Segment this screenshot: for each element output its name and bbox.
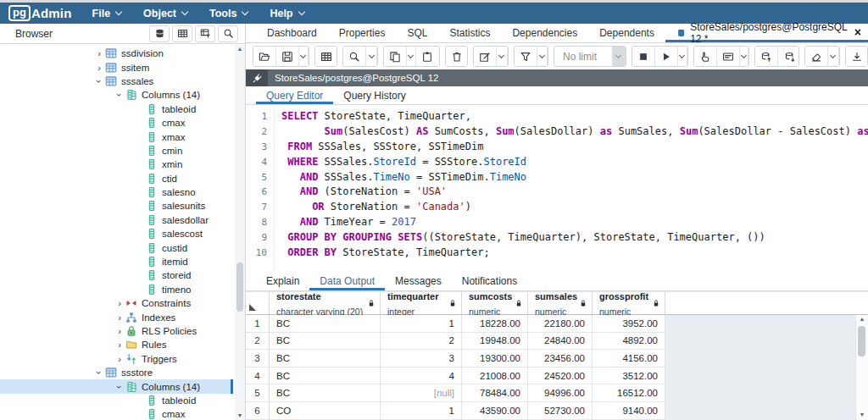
cell-sumcosts[interactable]: 43590.00 (462, 402, 528, 419)
save-file-button[interactable] (276, 47, 299, 66)
tree-item-salesno[interactable]: salesno (0, 185, 233, 199)
execute-query-button[interactable] (655, 47, 678, 66)
cell-sumcosts[interactable]: 19948.00 (462, 333, 528, 350)
expand-icon[interactable]: › (114, 327, 125, 335)
pgadmin-logo[interactable]: pg Admin (8, 5, 72, 21)
column-header-grossprofit[interactable]: grossprofitnumeric (593, 292, 665, 314)
tab-query-tool-active[interactable]: StoreSales/postgres@PostgreSQL 12 * (665, 24, 868, 42)
find-button[interactable] (343, 47, 366, 66)
tree-item-xmax[interactable]: xmax (0, 130, 233, 143)
tree-item-tableoid[interactable]: tableoid (0, 394, 233, 407)
collapse-icon[interactable]: › (115, 381, 124, 393)
rollback-button[interactable] (778, 47, 799, 66)
tree-item-ctid[interactable]: ctid (0, 172, 233, 185)
scroll-up-icon[interactable]: ▲ (860, 315, 865, 323)
tab-dependents[interactable]: Dependents (588, 24, 665, 42)
cell-timequarter[interactable]: [null] (381, 384, 462, 401)
cell-timequarter[interactable]: 3 (381, 350, 462, 367)
select-all-corner[interactable] (246, 292, 270, 314)
column-header-timequarter[interactable]: timequarterinteger (381, 292, 462, 314)
paste-button[interactable] (416, 47, 439, 66)
open-file-button[interactable] (253, 47, 276, 66)
row-number[interactable]: 1 (246, 315, 270, 332)
results-scrollbar-thumb[interactable] (858, 326, 865, 356)
tree-item-indexes[interactable]: ›Indexes (0, 310, 233, 323)
menu-file[interactable]: File (92, 8, 122, 19)
tree-item-triggers[interactable]: ›Triggers (0, 352, 233, 366)
cell-storestate[interactable]: BC (270, 333, 381, 350)
search-objects-button[interactable] (218, 25, 238, 42)
cell-storestate[interactable]: BC (270, 384, 381, 401)
tree-item-custid[interactable]: custid (0, 240, 233, 254)
tab-dashboard[interactable]: Dashboard (256, 24, 328, 42)
cancel-query-button[interactable] (632, 47, 655, 66)
cell-sumsales[interactable]: 94996.00 (528, 384, 593, 401)
row-number[interactable]: 2 (246, 333, 270, 350)
clear-button[interactable] (805, 47, 828, 66)
tab-query-editor[interactable]: Query Editor (256, 86, 333, 104)
cell-sumsales[interactable]: 24520.00 (528, 368, 593, 384)
menu-help[interactable]: Help (270, 8, 303, 19)
cell-timequarter[interactable]: 4 (381, 368, 462, 384)
tree-item-storeid[interactable]: storeid (0, 268, 233, 282)
tab-properties[interactable]: Properties (328, 24, 397, 42)
tree-item-cmin[interactable]: cmin (0, 144, 233, 158)
collapse-icon[interactable]: › (115, 89, 124, 101)
row-number[interactable]: 4 (246, 368, 270, 384)
column-header-sumcosts[interactable]: sumcostsnumeric (462, 292, 528, 314)
tree-item-rls-policies[interactable]: ›RLS Policies (0, 324, 233, 338)
explain-analyze-button-dropdown[interactable] (740, 47, 749, 66)
tree-item-itemid[interactable]: itemid (0, 255, 233, 268)
collapse-icon[interactable]: › (95, 75, 103, 87)
expand-icon[interactable]: › (114, 340, 125, 349)
cell-timequarter[interactable]: 1 (381, 315, 462, 332)
tree-item-salescost[interactable]: salescost (0, 227, 233, 240)
execute-query-button-dropdown[interactable] (678, 47, 687, 66)
tree-item-cmax[interactable]: cmax (0, 116, 233, 130)
cell-sumsales[interactable]: 23456.00 (528, 350, 593, 367)
cell-sumsales[interactable]: 22180.00 (528, 315, 593, 332)
view-data-button[interactable] (172, 25, 192, 42)
tree-item-columns-14-[interactable]: ›Columns (14) (0, 88, 233, 102)
filter-button-dropdown[interactable] (537, 47, 548, 66)
row-number[interactable]: 6 (246, 402, 270, 419)
cell-timequarter[interactable]: 1 (381, 402, 462, 419)
tree-item-salesunits[interactable]: salesunits (0, 199, 233, 213)
explain-analyze-button[interactable] (717, 47, 740, 66)
clear-button-dropdown[interactable] (828, 47, 838, 66)
tab-dependencies[interactable]: Dependencies (501, 24, 588, 42)
row-number[interactable]: 3 (246, 350, 270, 367)
tree-item-ssdivision[interactable]: ›ssdivision (0, 47, 233, 60)
copy-button-dropdown[interactable] (407, 47, 416, 66)
filtered-rows-button[interactable] (195, 25, 215, 42)
cell-storestate[interactable]: CO (270, 402, 381, 419)
menu-object[interactable]: Object (143, 8, 187, 19)
cell-storestate[interactable]: BC (270, 368, 381, 384)
cell-grossprofit[interactable]: 4892.00 (593, 333, 665, 350)
column-header-storestate[interactable]: storestatecharacter varying (20) (270, 292, 381, 314)
edit-options-button-dropdown[interactable] (497, 47, 507, 66)
column-header-sumsales[interactable]: sumsalesnumeric (528, 292, 593, 314)
tree-scrollbar[interactable]: ▲ ▼ (235, 45, 245, 420)
tree-item-salesdollar[interactable]: salesdollar (0, 213, 233, 227)
cell-sumcosts[interactable]: 21008.00 (462, 368, 528, 384)
expand-icon[interactable]: › (114, 299, 125, 307)
cell-sumcosts[interactable]: 19300.00 (462, 350, 528, 367)
servers-button[interactable] (149, 25, 170, 42)
scroll-up-icon[interactable]: ▲ (237, 45, 243, 53)
results-scrollbar[interactable]: ▲ ▼ (855, 315, 868, 420)
explain-button[interactable] (694, 47, 717, 66)
tree-item-ssstore[interactable]: ›ssstore (0, 366, 233, 379)
cell-storestate[interactable]: BC (270, 315, 381, 332)
tree-item-columns-14-[interactable]: ›Columns (14) (0, 379, 233, 393)
cell-sumcosts[interactable]: 18228.00 (462, 315, 528, 332)
expand-icon[interactable]: › (93, 64, 105, 72)
delete-button[interactable] (446, 47, 468, 66)
grid-options-button[interactable] (315, 47, 337, 66)
tree-scrollbar-thumb[interactable] (236, 262, 243, 312)
tree-item-ssitem[interactable]: ›ssitem (0, 60, 233, 74)
scroll-down-icon[interactable]: ▼ (237, 412, 243, 420)
tab-query-history[interactable]: Query History (333, 86, 415, 104)
cell-sumcosts[interactable]: 78484.00 (462, 384, 528, 401)
cell-timequarter[interactable]: 2 (381, 333, 462, 350)
